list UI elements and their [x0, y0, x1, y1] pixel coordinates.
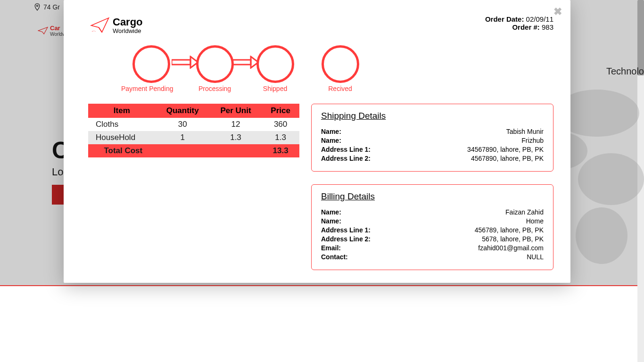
shipping-title: Shipping Details [321, 111, 544, 121]
col-qty: Quantity [156, 104, 210, 118]
status-tracker: Payment Pending Processing Shipped Reciv… [130, 45, 359, 92]
close-icon[interactable]: ✖ [553, 6, 562, 18]
billing-title: Billing Details [321, 191, 544, 202]
items-table: Item Quantity Per Unit Price Cloths 30 1… [88, 104, 299, 157]
status-step-shipped: Shipped [256, 45, 294, 92]
brand-name: Cargo [113, 17, 143, 27]
cell-qty: 1 [156, 131, 210, 144]
scrollbar-thumb[interactable] [637, 0, 644, 75]
page-lower [0, 286, 637, 362]
brand-name: Car [50, 25, 60, 32]
detail-row: Address Line 2:5678, lahore, PB, PK [321, 235, 544, 243]
detail-row: Address Line 1:456789, lahore, PB, PK [321, 226, 544, 234]
col-price: Price [262, 104, 299, 118]
status-step-payment: Payment Pending [130, 45, 173, 92]
table-row: HouseHold 1 1.3 1.3 [88, 131, 299, 144]
detail-row: Address Line 2:4567890, lahore, PB, PK [321, 155, 544, 162]
svg-point-4 [576, 207, 627, 264]
status-step-received: Recived [322, 45, 359, 92]
brand-logo-small: Car Worldw [38, 25, 66, 37]
paper-plane-icon [38, 26, 48, 35]
table-total-row: Total Cost 13.3 [88, 144, 299, 157]
svg-point-0 [36, 5, 38, 7]
cell-item: Cloths [88, 118, 156, 131]
paper-plane-icon [90, 16, 110, 35]
total-value: 13.3 [262, 144, 299, 157]
shipping-details-card: Shipping Details Name:Tabish Munir Name:… [311, 104, 553, 172]
detail-row: Name:Faizan Zahid [321, 208, 544, 216]
order-modal: ✖ Cargo Worldwide Order Date: 02/09/11 O… [64, 0, 570, 283]
arrow-right-icon [172, 56, 198, 69]
topbar-address: 74 Gr [43, 3, 60, 11]
col-unit: Per Unit [210, 104, 262, 118]
arrow-right-icon [232, 56, 258, 69]
map-pin-icon [34, 3, 41, 11]
status-label: Shipped [263, 85, 287, 92]
status-circle-icon [196, 45, 234, 83]
svg-point-3 [578, 153, 644, 205]
detail-row: Name:Tabish Munir [321, 128, 544, 135]
order-number: 983 [542, 23, 553, 31]
status-label: Payment Pending [121, 85, 173, 92]
nav-link-technology[interactable]: Technolo [606, 66, 644, 77]
brand-logo: Cargo Worldwide [90, 16, 143, 35]
cell-price: 1.3 [262, 131, 299, 144]
cell-item: HouseHold [88, 131, 156, 144]
order-date-label: Order Date: [485, 15, 524, 23]
detail-row: Name:Frizhub [321, 137, 544, 144]
detail-row: Name:Home [321, 217, 544, 225]
status-label: Processing [198, 85, 231, 92]
table-header-row: Item Quantity Per Unit Price [88, 104, 299, 118]
detail-row: Email:fzahid001@gmail.com [321, 244, 544, 252]
order-date: 02/09/11 [526, 15, 553, 23]
total-label: Total Cost [88, 144, 156, 157]
detail-row: Contact:NULL [321, 253, 544, 261]
status-circle-icon [322, 45, 359, 83]
status-circle-icon [132, 45, 170, 83]
order-number-label: Order #: [512, 23, 539, 31]
svg-rect-6 [172, 60, 190, 65]
cell-qty: 30 [156, 118, 210, 131]
detail-row: Address Line 1:34567890, lahore, PB, PK [321, 146, 544, 153]
cell-unit: 1.3 [210, 131, 262, 144]
cell-unit: 12 [210, 118, 262, 131]
billing-details-card: Billing Details Name:Faizan Zahid Name:H… [311, 184, 553, 270]
svg-rect-7 [232, 60, 251, 65]
brand-sub: Worldwide [113, 27, 143, 34]
order-meta: Order Date: 02/09/11 Order #: 983 [485, 15, 553, 31]
col-item: Item [88, 104, 156, 118]
table-row: Cloths 30 12 360 [88, 118, 299, 131]
cell-price: 360 [262, 118, 299, 131]
status-step-processing: Processing [196, 45, 234, 92]
status-circle-icon [256, 45, 294, 83]
status-label: Recived [328, 85, 352, 92]
